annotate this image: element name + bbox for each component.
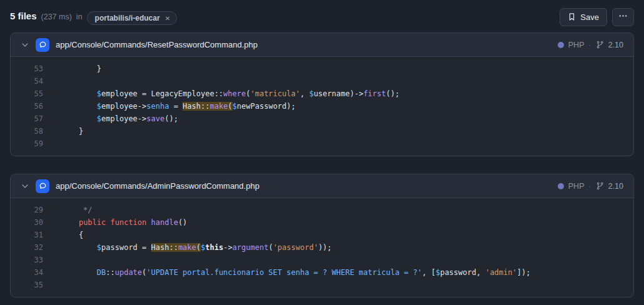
line-number: 54	[11, 75, 43, 88]
line-content: $employee->senha = Hash::make($newPasswo…	[43, 100, 296, 112]
branch-label: 2.10	[608, 182, 623, 191]
line-content: public function handle()	[43, 216, 187, 229]
bookmark-icon	[568, 12, 576, 21]
file-path[interactable]: app/Console/Commands/ResetPasswordComman…	[56, 40, 551, 49]
repo-avatar	[36, 179, 49, 193]
repo-filter-label: portabilis/i-educar	[95, 14, 160, 22]
code-line: 55 $employee = LegacyEmployee::where('ma…	[11, 88, 633, 100]
line-number: 55	[11, 88, 43, 100]
code-line: 57 $employee->save();	[11, 112, 633, 125]
code-line: 59	[11, 138, 633, 150]
line-content	[43, 254, 61, 266]
line-content	[43, 279, 61, 291]
line-number: 59	[11, 138, 43, 150]
file-path[interactable]: app/Console/Commands/AdminPasswordComman…	[56, 181, 551, 191]
file-result-card: app/Console/Commands/ResetPasswordComman…	[10, 32, 634, 156]
save-button[interactable]: Save	[560, 8, 607, 26]
language-color-dot	[558, 42, 564, 48]
branch-icon	[596, 182, 604, 190]
code-line: 58 }	[11, 125, 633, 138]
file-meta: PHP · 2.10	[558, 182, 623, 191]
code-line: 34 DB::update('UPDATE portal.funcionario…	[11, 266, 633, 279]
repo-filter-chip[interactable]: portabilis/i-educar ✕	[87, 11, 177, 25]
line-content: DB::update('UPDATE portal.funcionario SE…	[43, 266, 530, 279]
line-number: 57	[11, 112, 43, 125]
branch-icon	[596, 41, 604, 49]
code-line: 32 $password = Hash::make($this->argumen…	[11, 241, 633, 254]
chevron-down-icon[interactable]	[21, 182, 29, 191]
results-toolbar: 5 files (237 ms) in portabilis/i-educar …	[0, 0, 644, 32]
in-label: in	[76, 12, 83, 21]
line-number: 56	[11, 100, 43, 112]
line-content: }	[43, 125, 83, 138]
language-label: PHP	[568, 41, 585, 49]
code-line: 54	[11, 75, 633, 88]
line-number: 33	[11, 254, 43, 266]
save-label: Save	[580, 12, 599, 22]
more-options-button[interactable]	[612, 8, 634, 26]
code-block: 53 }5455 $employee = LegacyEmployee::whe…	[11, 57, 633, 156]
result-count: 5 files	[10, 11, 37, 21]
language-label: PHP	[568, 182, 585, 191]
code-line: 30 public function handle()	[11, 216, 633, 229]
repo-avatar	[36, 38, 49, 52]
kebab-icon	[618, 11, 628, 22]
code-line: 33	[11, 254, 633, 266]
code-line: 53 }	[11, 62, 633, 75]
toolbar-actions: Save	[560, 8, 634, 26]
file-meta: PHP · 2.10	[558, 41, 623, 49]
meta-separator: ·	[588, 182, 591, 191]
meta-separator: ·	[588, 41, 591, 49]
line-number: 35	[11, 279, 43, 291]
line-number: 34	[11, 266, 43, 279]
code-line: 35	[11, 279, 633, 291]
results-list: app/Console/Commands/ResetPasswordComman…	[0, 32, 644, 298]
close-icon[interactable]: ✕	[165, 15, 170, 22]
line-number: 32	[11, 241, 43, 254]
line-content: */	[43, 204, 93, 216]
line-content: $employee->save();	[43, 112, 178, 125]
file-card-header[interactable]: app/Console/Commands/ResetPasswordComman…	[11, 33, 633, 57]
code-line: 31 {	[11, 229, 633, 241]
language-color-dot	[558, 183, 564, 189]
line-content: {	[43, 229, 83, 241]
line-content: $password = Hash::make($this->argument('…	[43, 241, 332, 254]
line-content	[43, 138, 61, 150]
line-content: $employee = LegacyEmployee::where('matri…	[43, 88, 400, 100]
results-summary: 5 files (237 ms) in portabilis/i-educar …	[10, 10, 560, 24]
line-number: 58	[11, 125, 43, 138]
line-number: 53	[11, 62, 43, 75]
line-number: 29	[11, 204, 43, 216]
search-time: (237 ms)	[41, 12, 72, 21]
chevron-down-icon[interactable]	[21, 41, 29, 49]
code-block: 29 */30 public function handle()31 {32 $…	[11, 198, 633, 297]
code-line: 56 $employee->senha = Hash::make($newPas…	[11, 100, 633, 112]
file-card-header[interactable]: app/Console/Commands/AdminPasswordComman…	[11, 174, 633, 198]
code-line: 29 */	[11, 204, 633, 216]
file-result-card: app/Console/Commands/AdminPasswordComman…	[10, 174, 634, 298]
line-number: 30	[11, 216, 43, 229]
branch-label: 2.10	[608, 41, 623, 49]
line-content	[43, 75, 61, 88]
line-number: 31	[11, 229, 43, 241]
line-content: }	[43, 62, 101, 75]
